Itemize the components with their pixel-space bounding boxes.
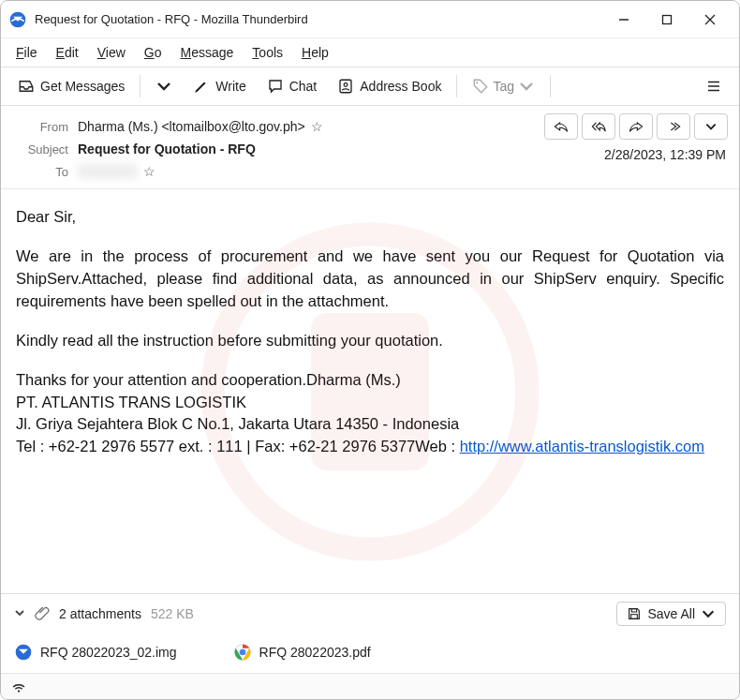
save-all-button[interactable]: Save All (616, 602, 726, 626)
tag-icon (472, 78, 489, 95)
titlebar: Request for Quotation - RFQ - Mozilla Th… (1, 1, 739, 38)
minimize-button[interactable] (602, 1, 645, 38)
reply-button[interactable] (544, 113, 578, 140)
pencil-icon (193, 78, 210, 95)
message-headers: From Dharma (Ms.) <ltomailbox@lto.gov.ph… (1, 106, 739, 189)
subject-value: Request for Quotation - RFQ (78, 141, 256, 156)
get-messages-dropdown[interactable] (148, 74, 180, 98)
write-label: Write (215, 79, 245, 94)
chat-button[interactable]: Chat (259, 74, 325, 98)
attachment-item[interactable]: RFQ 28022023.pdf (233, 643, 371, 662)
attachments-list: RFQ 28022023_02.img RFQ 28022023.pdf (1, 633, 739, 673)
attachment-name: RFQ 28022023.pdf (259, 645, 371, 660)
chevron-down-icon (518, 78, 535, 95)
to-label: To (14, 165, 68, 179)
from-value[interactable]: Dharma (Ms.) <ltomailbox@lto.gov.ph> (78, 119, 305, 134)
window-title: Request for Quotation - RFQ - Mozilla Th… (35, 12, 308, 26)
website-link[interactable]: http://www.atlantis-translogistik.com (460, 438, 704, 454)
save-icon (627, 606, 642, 621)
svg-point-7 (477, 82, 479, 83)
thunderbird-file-icon (14, 643, 33, 662)
menu-view[interactable]: View (92, 43, 131, 62)
attachments-count: 2 attachments (59, 606, 141, 621)
tag-label: Tag (493, 79, 514, 94)
expand-attachments-button[interactable] (14, 606, 25, 621)
svg-point-18 (18, 690, 20, 692)
attachment-name: RFQ 28022023_02.img (40, 645, 177, 660)
archive-button[interactable] (657, 113, 690, 140)
svg-rect-14 (631, 615, 638, 619)
forward-button[interactable] (619, 113, 653, 140)
close-button[interactable] (688, 1, 732, 38)
menu-tools[interactable]: Tools (246, 43, 289, 62)
message-body: Dear Sir, We are in the process of procu… (1, 189, 739, 593)
attachments-size: 522 KB (151, 606, 194, 621)
menu-go[interactable]: Go (139, 43, 168, 62)
body-signature: Thanks for your attention and cooperatio… (16, 369, 724, 459)
toolbar: Get Messages Write Chat Address Book Tag (1, 67, 739, 106)
chat-icon (267, 78, 284, 95)
svg-rect-2 (663, 15, 672, 23)
address-book-button[interactable]: Address Book (330, 74, 449, 98)
reply-all-button[interactable] (582, 113, 615, 140)
connection-icon (10, 678, 27, 695)
tag-button[interactable]: Tag (465, 74, 542, 98)
to-value[interactable] (78, 164, 138, 179)
more-actions-button[interactable] (694, 113, 728, 140)
paperclip-icon (35, 605, 50, 623)
address-book-icon (337, 78, 354, 95)
chevron-down-icon (701, 606, 716, 621)
menubar: File Edit View Go Message Tools Help (1, 38, 739, 67)
attachment-item[interactable]: RFQ 28022023_02.img (14, 643, 177, 662)
star-icon[interactable]: ☆ (143, 164, 155, 179)
attachments-bar: 2 attachments 522 KB Save All (1, 593, 739, 633)
svg-point-6 (344, 83, 348, 87)
menu-help[interactable]: Help (296, 43, 334, 62)
address-label: Address Book (360, 79, 441, 94)
get-messages-button[interactable]: Get Messages (10, 74, 132, 98)
svg-rect-13 (632, 609, 637, 612)
svg-point-17 (239, 649, 245, 656)
inbox-icon (18, 78, 35, 95)
save-all-label: Save All (647, 606, 695, 621)
from-label: From (14, 120, 68, 134)
body-greeting: Dear Sir, (16, 206, 724, 229)
toolbar-separator (550, 75, 551, 97)
chat-label: Chat (289, 79, 318, 94)
menu-message[interactable]: Message (175, 43, 240, 62)
app-menu-button[interactable] (698, 74, 730, 98)
star-icon[interactable]: ☆ (311, 119, 323, 134)
get-messages-label: Get Messages (40, 79, 125, 94)
menu-edit[interactable]: Edit (51, 43, 84, 62)
message-actions (544, 113, 728, 140)
menu-file[interactable]: File (10, 43, 43, 62)
toolbar-separator (140, 75, 141, 97)
subject-label: Subject (14, 142, 68, 156)
body-paragraph: Kindly read all the instruction before s… (16, 330, 724, 352)
toolbar-separator (456, 75, 457, 97)
message-datetime: 2/28/2023, 12:39 PM (604, 147, 726, 162)
body-paragraph: We are in the process of procurement and… (16, 246, 724, 313)
statusbar (1, 673, 739, 699)
maximize-button[interactable] (645, 1, 688, 38)
chevron-down-icon (155, 78, 172, 95)
app-icon (8, 10, 27, 29)
hamburger-icon (705, 78, 722, 95)
write-button[interactable]: Write (185, 74, 253, 98)
chrome-file-icon (233, 643, 252, 662)
